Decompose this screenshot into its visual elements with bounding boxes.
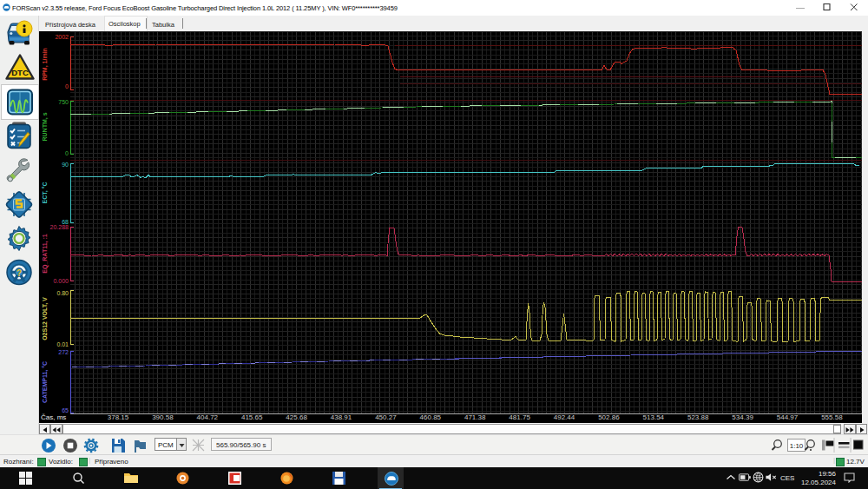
svg-text:460.85: 460.85 [420, 413, 442, 421]
svg-text:502.86: 502.86 [598, 413, 620, 421]
svg-text:0.000: 0.000 [53, 278, 69, 284]
svg-text:90: 90 [62, 162, 69, 168]
svg-text:0.01: 0.01 [56, 341, 69, 347]
svg-text:425.68: 425.68 [286, 413, 307, 421]
svg-text:20.288: 20.288 [50, 224, 69, 230]
svg-text:ECT, °C: ECT, °C [42, 182, 49, 204]
svg-text:?: ? [16, 268, 22, 278]
svg-text:RPM, 1/min: RPM, 1/min [42, 48, 49, 81]
svg-text:481.75: 481.75 [509, 413, 530, 421]
svg-text:390.58: 390.58 [152, 413, 174, 421]
svg-text:Čas, ms: Čas, ms [41, 413, 66, 421]
svg-text:438.91: 438.91 [331, 413, 352, 421]
svg-text:2002: 2002 [55, 34, 69, 40]
svg-text:0: 0 [65, 150, 69, 156]
svg-text:1:10: 1:10 [790, 442, 804, 450]
svg-text:0: 0 [65, 83, 69, 89]
svg-text:EQ_RAT11, :1: EQ_RAT11, :1 [42, 234, 49, 273]
svg-text:DTC: DTC [11, 68, 29, 77]
svg-text:404.72: 404.72 [197, 413, 219, 421]
svg-text:523.88: 523.88 [687, 413, 709, 421]
svg-text:O2S12 VOLT, V: O2S12 VOLT, V [42, 297, 49, 340]
svg-text:544.97: 544.97 [777, 413, 799, 421]
svg-text:492.44: 492.44 [554, 413, 575, 421]
svg-text:750: 750 [58, 99, 69, 105]
svg-text:0.80: 0.80 [56, 290, 69, 296]
svg-text:534.39: 534.39 [732, 413, 753, 421]
svg-text:415.65: 415.65 [241, 413, 263, 421]
svg-text:378.15: 378.15 [108, 413, 129, 421]
svg-text:513.54: 513.54 [643, 413, 665, 421]
svg-text:272: 272 [58, 349, 69, 355]
svg-text:RUNTM, s: RUNTM, s [42, 112, 49, 141]
svg-text:450.27: 450.27 [375, 413, 397, 421]
svg-text:471.38: 471.38 [464, 413, 486, 421]
svg-text:555.58: 555.58 [821, 413, 843, 421]
svg-text:CATEMP11, °C: CATEMP11, °C [42, 361, 49, 403]
